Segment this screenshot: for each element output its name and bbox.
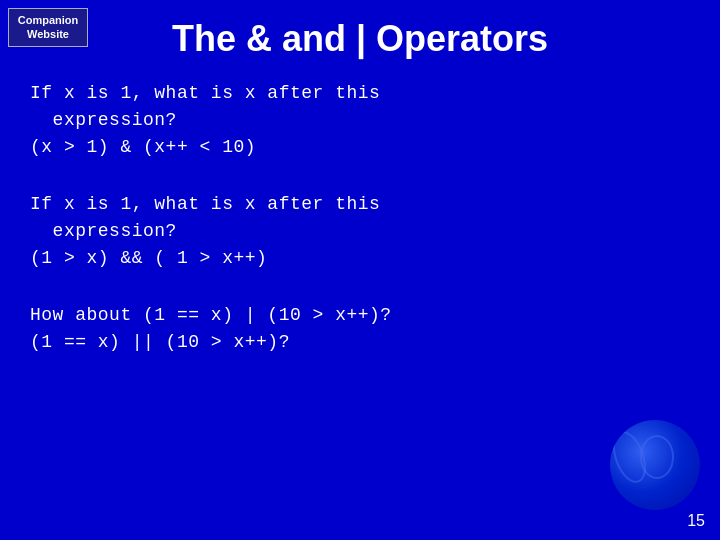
block-1: If x is 1, what is x after this expressi… [30, 80, 690, 161]
block-1-line-3: (x > 1) & (x++ < 10) [30, 134, 690, 161]
block-3-line-1: How about (1 == x) | (10 > x++)? [30, 302, 690, 329]
block-3-line-2: (1 == x) || (10 > x++)? [30, 329, 690, 356]
badge-line2: Website [27, 28, 69, 40]
page-number: 15 [687, 512, 705, 530]
globe-decoration [610, 420, 700, 510]
block-2-line-2: expression? [30, 218, 690, 245]
content-area: If x is 1, what is x after this expressi… [0, 80, 720, 356]
companion-badge: Companion Website [8, 8, 88, 47]
page-title: The & and | Operators [0, 0, 720, 80]
block-2-line-1: If x is 1, what is x after this [30, 191, 690, 218]
block-1-line-1: If x is 1, what is x after this [30, 80, 690, 107]
block-2-line-3: (1 > x) && ( 1 > x++) [30, 245, 690, 272]
block-1-line-2: expression? [30, 107, 690, 134]
block-2: If x is 1, what is x after this expressi… [30, 191, 690, 272]
badge-line1: Companion [18, 14, 79, 26]
block-3: How about (1 == x) | (10 > x++)? (1 == x… [30, 302, 690, 356]
